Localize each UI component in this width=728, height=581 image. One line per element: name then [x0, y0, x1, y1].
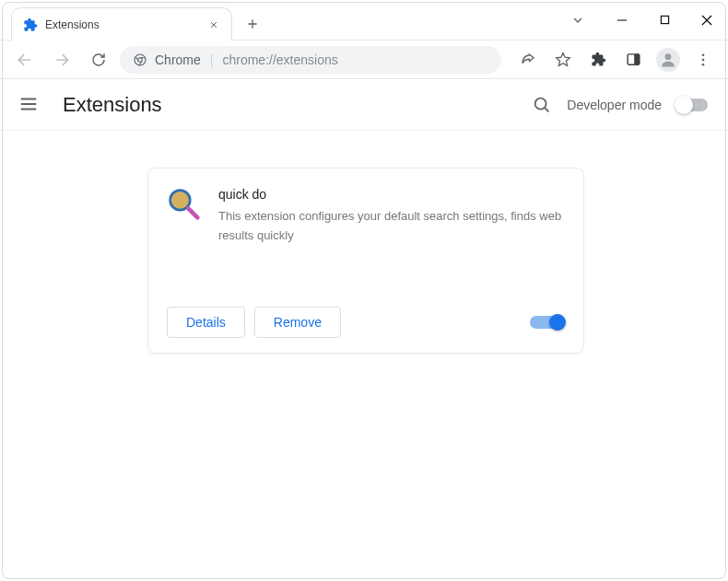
omnibox-separator: | [210, 52, 214, 67]
svg-point-8 [702, 63, 705, 65]
page-header: Extensions Developer mode [0, 79, 728, 131]
search-icon[interactable] [532, 95, 552, 115]
remove-button[interactable]: Remove [254, 307, 341, 338]
omnibox-url: chrome://extensions [222, 52, 337, 67]
bookmark-star-icon[interactable] [547, 46, 579, 74]
svg-point-6 [702, 53, 705, 56]
svg-rect-4 [634, 54, 640, 64]
details-button[interactable]: Details [167, 307, 245, 338]
extensions-grid: quick do This extension configures your … [0, 131, 728, 354]
extensions-puzzle-icon[interactable] [582, 46, 614, 74]
page-title: Extensions [63, 93, 162, 117]
svg-point-5 [665, 53, 672, 60]
menu-icon[interactable] [18, 94, 41, 116]
tab-title: Extensions [45, 18, 200, 31]
reload-button[interactable] [83, 44, 114, 76]
profile-avatar[interactable] [652, 46, 684, 74]
svg-point-7 [702, 58, 705, 61]
minimize-button[interactable] [601, 0, 643, 40]
forward-button[interactable] [46, 44, 77, 76]
window-controls [601, 0, 728, 40]
kebab-menu-icon[interactable] [687, 46, 719, 74]
extension-enable-toggle[interactable] [530, 316, 565, 329]
maximize-button[interactable] [643, 0, 686, 40]
extension-name: quick do [218, 187, 565, 202]
window-titlebar: Extensions [0, 0, 728, 41]
tab-close-icon[interactable] [207, 18, 220, 31]
address-bar[interactable]: Chrome | chrome://extensions [120, 46, 501, 74]
browser-toolbar: Chrome | chrome://extensions [0, 41, 728, 79]
back-button[interactable] [9, 44, 41, 76]
svg-point-9 [535, 98, 546, 109]
svg-line-11 [188, 208, 197, 217]
browser-tab[interactable]: Extensions [11, 7, 232, 41]
developer-mode-toggle[interactable] [676, 99, 710, 111]
toolbar-actions [512, 46, 719, 74]
side-panel-icon[interactable] [617, 46, 649, 74]
extension-logo-icon [167, 187, 200, 220]
new-tab-button[interactable] [240, 11, 265, 37]
extension-description: This extension configures your default s… [218, 207, 565, 246]
developer-mode-label: Developer mode [567, 98, 662, 112]
tab-strip: Extensions [11, 7, 265, 41]
extension-card: quick do This extension configures your … [147, 168, 584, 354]
share-icon[interactable] [512, 46, 544, 74]
chrome-icon [133, 52, 147, 67]
tab-search-icon[interactable] [562, 13, 593, 28]
close-button[interactable] [686, 0, 728, 40]
omnibox-scheme: Chrome [155, 52, 201, 67]
extension-puzzle-icon [23, 17, 38, 32]
svg-rect-0 [661, 16, 668, 23]
